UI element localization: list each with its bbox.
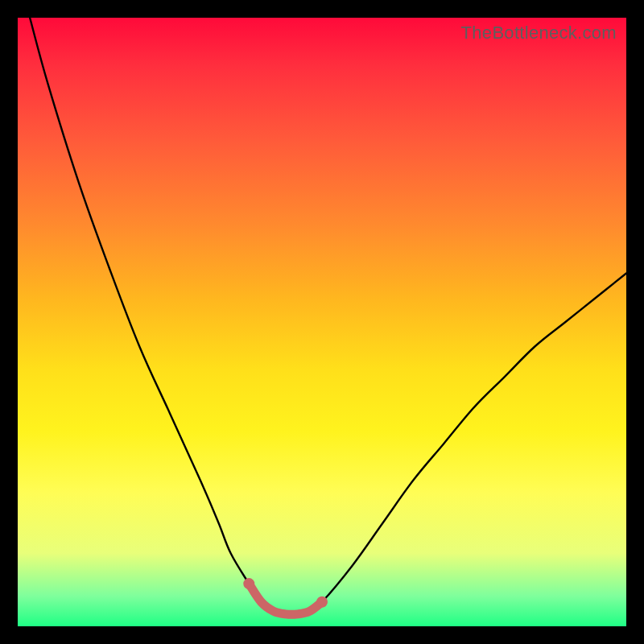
curve-layer [18, 18, 626, 626]
optimal-zone-dot [316, 597, 328, 608]
optimal-zone-dot [243, 578, 254, 589]
bottleneck-curve-path [30, 18, 626, 614]
chart-frame: TheBottleneck.com [0, 0, 644, 644]
plot-area: TheBottleneck.com [18, 18, 626, 626]
optimal-zone-path [249, 584, 322, 614]
